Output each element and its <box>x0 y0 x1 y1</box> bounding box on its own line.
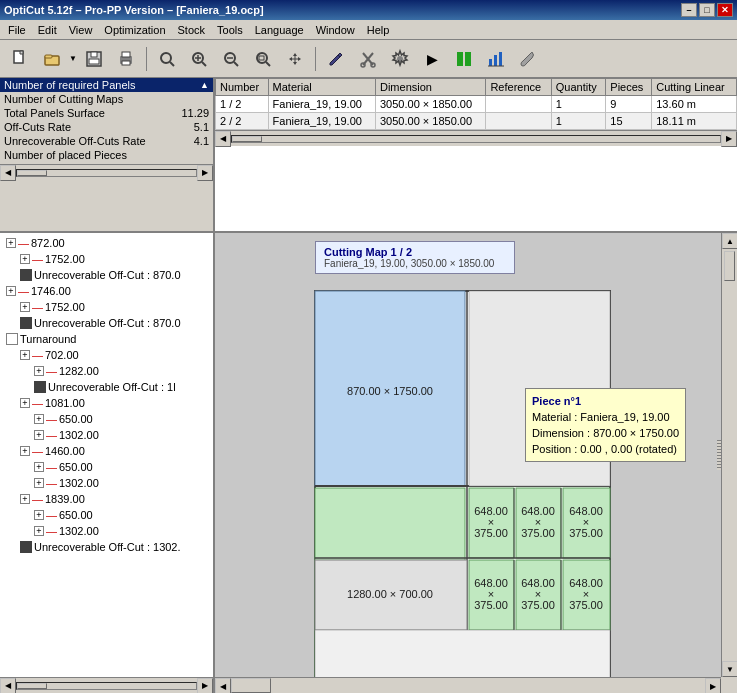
tree-item[interactable]: +—1081.00 <box>2 395 211 411</box>
tree-item-label: 1302.00 <box>59 477 99 489</box>
tree-item[interactable]: +—650.00 <box>2 507 211 523</box>
cutting-scrollbar-right[interactable]: ▲ ▼ <box>721 233 737 677</box>
tree-toggle[interactable]: + <box>34 510 44 520</box>
tree-item[interactable]: +—1746.00 <box>2 283 211 299</box>
save-button[interactable] <box>78 44 110 74</box>
scroll-down-btn[interactable]: ▼ <box>722 661 737 677</box>
menu-help[interactable]: Help <box>361 22 396 38</box>
maximize-button[interactable]: □ <box>699 3 715 17</box>
tree-toggle[interactable]: + <box>20 302 30 312</box>
table-scrollbar[interactable]: ◀ ▶ <box>215 130 737 146</box>
table-scroll-track[interactable] <box>231 135 721 143</box>
v-scroll-track[interactable] <box>722 249 737 661</box>
info-scrollbar-h[interactable]: ◀ ▶ <box>0 164 213 180</box>
scroll-track[interactable] <box>16 169 197 177</box>
tree-item[interactable]: +—650.00 <box>2 411 211 427</box>
tree-item[interactable]: +—1752.00 <box>2 251 211 267</box>
tree-toggle[interactable]: + <box>34 526 44 536</box>
table-cell-2: 3050.00 × 1850.00 <box>375 113 485 130</box>
window-controls[interactable]: – □ ✕ <box>681 3 733 17</box>
edit-button[interactable] <box>320 44 352 74</box>
menu-language[interactable]: Language <box>249 22 310 38</box>
close-button[interactable]: ✕ <box>717 3 733 17</box>
tree-toggle[interactable]: + <box>34 478 44 488</box>
tree-item[interactable]: Unrecoverable Off-Cut : 1302. <box>2 539 211 555</box>
menu-tools[interactable]: Tools <box>211 22 249 38</box>
tree-item[interactable]: +—1460.00 <box>2 443 211 459</box>
zoom-fit-button[interactable] <box>247 44 279 74</box>
tree-scrollbar[interactable]: ◀ ▶ <box>0 677 213 693</box>
tree-item[interactable]: +—1302.00 <box>2 475 211 491</box>
tree-toggle[interactable]: + <box>34 366 44 376</box>
new-button[interactable] <box>4 44 36 74</box>
h-scroll-thumb[interactable] <box>231 678 271 693</box>
search-button[interactable] <box>151 44 183 74</box>
table-row[interactable]: 2 / 2Faniera_19, 19.003050.00 × 1850.001… <box>216 113 737 130</box>
table-scroll-right[interactable]: ▶ <box>721 131 737 147</box>
tree-toggle[interactable]: + <box>34 414 44 424</box>
h-scroll-right-btn[interactable]: ▶ <box>705 678 721 693</box>
scroll-up-btn[interactable]: ▲ <box>722 233 737 249</box>
tree-toggle[interactable]: + <box>20 494 30 504</box>
tree-scroll-right[interactable]: ▶ <box>197 678 213 694</box>
menu-optimization[interactable]: Optimization <box>98 22 171 38</box>
v-scroll-thumb[interactable] <box>724 251 735 281</box>
table-scroll-thumb[interactable] <box>232 136 262 142</box>
scroll-right-btn[interactable]: ▶ <box>197 165 213 181</box>
scroll-thumb[interactable] <box>17 170 47 176</box>
cutting-scrollbar-bottom[interactable]: ◀ ▶ <box>215 677 721 693</box>
menu-view[interactable]: View <box>63 22 99 38</box>
open-button[interactable] <box>36 44 68 74</box>
tree-item[interactable]: Unrecoverable Off-Cut : 1l <box>2 379 211 395</box>
tree-dash-icon: — <box>32 253 43 265</box>
tree-item[interactable]: +—872.00 <box>2 235 211 251</box>
svg-text:375.00: 375.00 <box>569 527 603 539</box>
run-button[interactable] <box>448 44 480 74</box>
tree-scroll-thumb[interactable] <box>17 683 47 689</box>
tree-item[interactable]: +—1282.00 <box>2 363 211 379</box>
chart-button[interactable] <box>480 44 512 74</box>
tree-scroll-left[interactable]: ◀ <box>0 678 16 694</box>
print-button[interactable] <box>110 44 142 74</box>
tree-item[interactable]: +—1302.00 <box>2 427 211 443</box>
scroll-left-btn[interactable]: ◀ <box>0 165 16 181</box>
dropdown-btn[interactable]: ▶ <box>416 44 448 74</box>
tree-item[interactable]: +—1839.00 <box>2 491 211 507</box>
settings-button[interactable] <box>384 44 416 74</box>
menu-file[interactable]: File <box>2 22 32 38</box>
pan-button[interactable] <box>279 44 311 74</box>
tree-item[interactable]: Turnaround <box>2 331 211 347</box>
wrench-button[interactable] <box>512 44 544 74</box>
table-scroll-left[interactable]: ◀ <box>215 131 231 147</box>
tree-checkbox[interactable] <box>6 333 18 345</box>
tree-item[interactable]: Unrecoverable Off-Cut : 870.0 <box>2 315 211 331</box>
tree-item[interactable]: +—650.00 <box>2 459 211 475</box>
minimize-button[interactable]: – <box>681 3 697 17</box>
menu-window[interactable]: Window <box>310 22 361 38</box>
h-scroll-left-btn[interactable]: ◀ <box>215 678 231 693</box>
tree-item[interactable]: +—1752.00 <box>2 299 211 315</box>
menu-edit[interactable]: Edit <box>32 22 63 38</box>
svg-rect-72 <box>315 630 610 677</box>
menu-stock[interactable]: Stock <box>172 22 212 38</box>
tree-item[interactable]: Unrecoverable Off-Cut : 870.0 <box>2 267 211 283</box>
table-cell-5: 9 <box>606 96 652 113</box>
info-scroll-up[interactable]: ▲ <box>200 80 209 90</box>
tree-toggle[interactable]: + <box>6 286 16 296</box>
zoom-out-button[interactable] <box>215 44 247 74</box>
open-dropdown[interactable]: ▼ <box>68 44 78 74</box>
tree-item[interactable]: +—702.00 <box>2 347 211 363</box>
zoom-in-button[interactable] <box>183 44 215 74</box>
tree-item[interactable]: +—1302.00 <box>2 523 211 539</box>
h-scroll-track[interactable] <box>231 678 705 693</box>
tree-toggle[interactable]: + <box>20 254 30 264</box>
cut-button[interactable] <box>352 44 384 74</box>
tree-toggle[interactable]: + <box>6 238 16 248</box>
tree-toggle[interactable]: + <box>20 446 30 456</box>
tree-toggle[interactable]: + <box>34 462 44 472</box>
tree-toggle[interactable]: + <box>34 430 44 440</box>
table-row[interactable]: 1 / 2Faniera_19, 19.003050.00 × 1850.001… <box>216 96 737 113</box>
tree-scroll-track[interactable] <box>16 682 197 690</box>
tree-toggle[interactable]: + <box>20 398 30 408</box>
tree-toggle[interactable]: + <box>20 350 30 360</box>
